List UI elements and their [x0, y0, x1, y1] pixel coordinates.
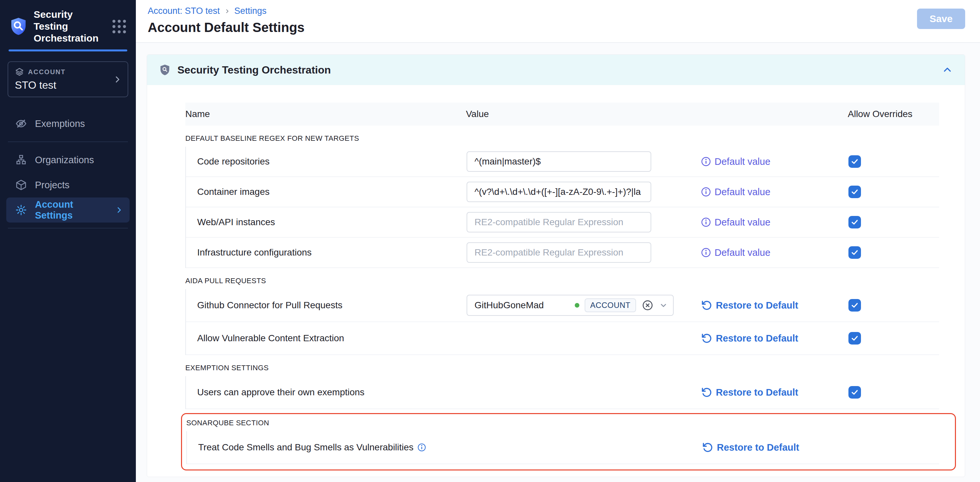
sidebar-item-organizations[interactable]: Organizations: [0, 147, 136, 172]
baseline-regex-input[interactable]: [466, 242, 651, 263]
sidebar-header: Security Testing Orchestration: [0, 0, 136, 44]
sidebar-item-label: Organizations: [35, 154, 94, 165]
allow-override-checkbox[interactable]: [848, 299, 861, 312]
org-chart-icon: [15, 154, 27, 166]
sto-settings-card: Security Testing Orchestration Name Valu…: [147, 54, 965, 477]
info-icon: [701, 187, 711, 197]
restore-ccw-icon: [701, 387, 712, 398]
chevron-right-icon: [113, 75, 122, 84]
baseline-regex-input[interactable]: [466, 151, 651, 172]
account-name: STO test: [15, 79, 121, 91]
chevron-right-icon: [115, 206, 123, 214]
save-button[interactable]: Save: [917, 9, 965, 29]
restore-to-default-link[interactable]: Restore to Default: [701, 332, 845, 344]
app-switcher-grid-icon[interactable]: [113, 20, 126, 33]
restore-to-default-link[interactable]: Restore to Default: [701, 300, 845, 311]
default-value-indicator[interactable]: Default value: [701, 156, 845, 167]
column-header-name: Name: [185, 109, 466, 119]
breadcrumb-settings-link[interactable]: Settings: [234, 6, 267, 16]
sidebar-item-label: Exemptions: [35, 118, 85, 129]
restore-ccw-icon: [702, 442, 713, 453]
section-label: SONARQUBE SECTION: [186, 419, 939, 427]
cube-icon: [15, 179, 27, 191]
allow-override-checkbox[interactable]: [848, 186, 861, 198]
page-header: Account: STO test Settings Account Defau…: [136, 0, 980, 43]
info-icon[interactable]: [417, 443, 426, 452]
allow-override-checkbox[interactable]: [848, 386, 861, 399]
page-title: Account Default Settings: [148, 20, 965, 35]
layers-icon: [15, 67, 24, 76]
table-row: Users can approve their own exemptions R…: [186, 376, 939, 409]
account-scope-card[interactable]: ACCOUNT STO test: [8, 61, 128, 97]
sonarqube-highlight-outline: SONARQUBE SECTION Treat Code Smells and …: [181, 413, 956, 471]
chevron-up-icon[interactable]: [942, 65, 952, 75]
table-row: Web/API instances Default value: [186, 207, 939, 238]
table-row: Github Connector for Pull Requests GitHu…: [186, 289, 939, 322]
allow-override-checkbox[interactable]: [848, 216, 861, 229]
breadcrumb-separator-icon: [224, 9, 230, 14]
setting-name: Github Connector for Pull Requests: [197, 300, 466, 310]
account-scope-label: ACCOUNT: [28, 68, 65, 76]
restore-to-default-link[interactable]: Restore to Default: [701, 387, 845, 398]
sidebar-item-exemptions[interactable]: Exemptions: [0, 111, 136, 136]
connector-value: GitHubGoneMad: [474, 300, 544, 310]
connector-scope-tag: ACCOUNT: [585, 298, 636, 312]
main-area: Account: STO test Settings Account Defau…: [136, 0, 980, 482]
column-header-value: Value: [466, 109, 700, 119]
shield-search-icon: [160, 64, 170, 76]
section-label: DEFAULT BASELINE REGEX FOR NEW TARGETS: [185, 134, 939, 143]
baseline-regex-input[interactable]: [466, 212, 651, 232]
default-value-indicator[interactable]: Default value: [701, 217, 845, 228]
setting-name: Code repositories: [197, 156, 466, 167]
chevron-down-icon[interactable]: [659, 301, 668, 310]
allow-override-checkbox[interactable]: [848, 332, 861, 345]
section-group: Github Connector for Pull Requests GitHu…: [185, 289, 939, 355]
setting-name: Web/API instances: [197, 217, 466, 227]
section-group: Treat Code Smells and Bug Smells as Vuln…: [186, 431, 939, 464]
content-area: Security Testing Orchestration Name Valu…: [136, 43, 980, 482]
sidebar-item-label: Account Settings: [35, 199, 107, 221]
gear-icon: [15, 204, 27, 216]
setting-name: Users can approve their own exemptions: [197, 387, 466, 398]
breadcrumb: Account: STO test Settings: [148, 6, 965, 16]
eye-off-icon: [15, 118, 27, 130]
nav-divider: [8, 142, 128, 142]
table-row: Allow Vulnerable Content Extraction Rest…: [186, 322, 939, 355]
connector-select[interactable]: GitHubGoneMad ACCOUNT: [466, 295, 674, 316]
table-row: Container images Default value: [186, 177, 939, 207]
setting-name: Infrastructure configurations: [197, 247, 466, 258]
allow-override-checkbox[interactable]: [848, 246, 861, 259]
allow-override-checkbox[interactable]: [848, 155, 861, 168]
app-title: Security Testing Orchestration: [33, 9, 103, 44]
section-label: EXEMPTION SETTINGS: [185, 364, 939, 372]
restore-to-default-link[interactable]: Restore to Default: [702, 442, 846, 453]
section-group: Users can approve their own exemptions R…: [185, 376, 939, 409]
card-header[interactable]: Security Testing Orchestration: [147, 55, 965, 85]
column-header-allow-overrides: Allow Overrides: [845, 109, 939, 119]
section-label: AIDA PULL REQUESTS: [185, 277, 939, 285]
baseline-regex-input[interactable]: [466, 182, 651, 202]
x-circle-icon[interactable]: [641, 299, 654, 312]
sidebar-item-projects[interactable]: Projects: [0, 172, 136, 197]
breadcrumb-account-link[interactable]: Account: STO test: [148, 6, 220, 16]
nav-divider: [8, 228, 128, 229]
sidebar-item-label: Projects: [35, 180, 70, 191]
sidebar-item-account-settings[interactable]: Account Settings: [6, 197, 130, 223]
default-value-indicator[interactable]: Default value: [701, 187, 845, 197]
settings-table: Name Value Allow Overrides DEFAULT BASEL…: [147, 85, 965, 471]
table-header-row: Name Value Allow Overrides: [185, 103, 939, 126]
header-accent-line: [9, 49, 127, 51]
restore-ccw-icon: [701, 332, 712, 344]
table-row: Infrastructure configurations Default va…: [186, 238, 939, 268]
app-logo-shield-search-icon: [10, 17, 27, 36]
sidebar: Security Testing Orchestration ACCOUNT S…: [0, 0, 136, 482]
table-row: Code repositories Default value: [186, 147, 939, 177]
table-row: Treat Code Smells and Bug Smells as Vuln…: [187, 431, 939, 464]
setting-name: Treat Code Smells and Bug Smells as Vuln…: [198, 442, 468, 453]
info-icon: [701, 248, 711, 258]
section-group: Code repositories Default value: [185, 147, 939, 268]
connector-status-dot: [575, 303, 579, 308]
default-value-indicator[interactable]: Default value: [701, 247, 845, 258]
info-icon: [701, 217, 711, 227]
info-icon: [701, 157, 711, 167]
